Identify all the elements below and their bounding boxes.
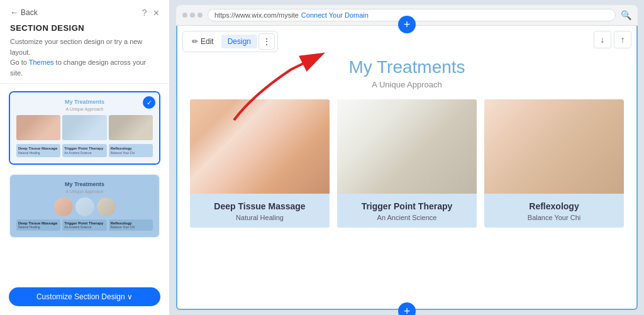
treatment-cards: Deep Tissue Massage Natural Healing bbox=[190, 99, 624, 228]
treatment-card-body-1: Deep Tissue Massage Natural Healing bbox=[190, 194, 330, 228]
connect-domain-link[interactable]: Connect Your Domain bbox=[301, 11, 369, 19]
thumb-blue-card-sub-3: Balance Your Chi bbox=[111, 225, 151, 229]
customize-section-btn[interactable]: Customize Section Design ∨ bbox=[9, 287, 160, 306]
design-card-2[interactable]: My Treatments A Unique Approach Deep Tis… bbox=[9, 174, 160, 238]
treatment-name-3: Reflexology bbox=[491, 201, 618, 211]
move-down-btn[interactable]: ↓ bbox=[594, 31, 611, 48]
back-arrow-icon: ← bbox=[10, 8, 18, 17]
left-panel: ← Back ? × SECTION DESIGN Customize your… bbox=[0, 0, 170, 315]
thumb-blue-card-sub-2: An Ancient Science bbox=[64, 225, 104, 229]
back-link[interactable]: ← Back bbox=[10, 8, 159, 17]
thumb-content-1: My Treatments A Unique Approach Deep Tis… bbox=[10, 92, 159, 163]
edit-label: Edit bbox=[201, 37, 214, 46]
thumb-blue-card-2: Trigger Point Therapy An Ancient Science bbox=[62, 219, 106, 231]
thumb-circle-2 bbox=[75, 197, 94, 216]
treatment-card-3: Reflexology Balance Your Chi bbox=[484, 99, 624, 228]
treatment-card-img-3 bbox=[484, 99, 624, 194]
treatment-card-img-1 bbox=[190, 99, 330, 194]
themes-link[interactable]: Themes bbox=[29, 58, 54, 66]
section-content: My Treatments A Unique Approach bbox=[177, 26, 636, 238]
browser-dot-2 bbox=[190, 13, 195, 18]
thumb-circles bbox=[16, 197, 153, 216]
treatment-desc-1: Natural Healing bbox=[196, 214, 323, 221]
thumb-card-1b: Trigger Point Therapy An Ancient Science bbox=[62, 144, 106, 157]
svg-rect-6 bbox=[491, 99, 617, 194]
section-toolbar: ✏ Edit Design ⋮ bbox=[182, 31, 278, 52]
design-label: Design bbox=[228, 37, 251, 46]
close-icon[interactable]: × bbox=[153, 8, 159, 19]
thumb-img-1b bbox=[62, 115, 106, 140]
browser-dot-3 bbox=[197, 13, 203, 18]
thumb-card-1c: Reflexology Balance Your Chi bbox=[109, 144, 153, 157]
thumb-circle-1 bbox=[54, 197, 73, 216]
address-url: https://www.wix.com/mysite bbox=[214, 11, 299, 19]
thumb-img-1c bbox=[109, 115, 153, 140]
thumb-card-sub-1a: Natural Healing bbox=[18, 151, 58, 155]
panel-title: SECTION DESIGN bbox=[10, 23, 159, 33]
thumb-card-1a: Deep Tissue Massage Natural Healing bbox=[16, 144, 60, 157]
section-subheading: A Unique Approach bbox=[190, 80, 624, 89]
treatment-desc-2: An Ancient Science bbox=[343, 214, 470, 221]
add-section-bottom-btn[interactable]: + bbox=[398, 302, 416, 315]
thumb-title-2: My Treatments bbox=[16, 181, 153, 187]
edit-pencil-icon: ✏ bbox=[192, 37, 198, 46]
panel-header: ← Back ? × SECTION DESIGN Customize your… bbox=[0, 0, 169, 84]
panel-desc-text: Customize your section design or try a n… bbox=[10, 38, 142, 56]
browser-dot-1 bbox=[182, 13, 187, 18]
reflexology-img-svg bbox=[484, 99, 624, 194]
design-card-1[interactable]: ✓ My Treatments A Unique Approach Deep T… bbox=[9, 91, 160, 165]
svg-point-7 bbox=[519, 128, 551, 184]
thumb-img-1a bbox=[16, 115, 60, 140]
thumb-blue-card-sub-1: Natural Healing bbox=[18, 225, 58, 229]
thumb-card-sub-1b: An Ancient Science bbox=[64, 151, 104, 155]
treatment-name-1: Deep Tissue Massage bbox=[196, 201, 323, 211]
svg-point-4 bbox=[375, 121, 413, 178]
browser-viewport: ✏ Edit Design ⋮ ↓ ↑ My Treatments A Uniq… bbox=[176, 26, 638, 310]
thumb-cards-1: Deep Tissue Massage Natural Healing Trig… bbox=[16, 144, 153, 157]
nav-arrows: ↓ ↑ bbox=[594, 31, 631, 48]
help-icon[interactable]: ? bbox=[142, 8, 147, 19]
viewport-wrapper: + ✏ Edit Design ⋮ ↓ ↑ My Treatments bbox=[176, 26, 638, 310]
thumb-title-1: My Treatments bbox=[16, 99, 153, 105]
check-badge: ✓ bbox=[143, 96, 155, 109]
treatment-card-2: Trigger Point Therapy An Ancient Science bbox=[337, 99, 477, 228]
thumb-card-sub-1c: Balance Your Chi bbox=[111, 151, 151, 155]
thumb-card-title-1a: Deep Tissue Massage bbox=[18, 146, 58, 150]
thumb-content-2: My Treatments A Unique Approach Deep Tis… bbox=[10, 175, 159, 237]
move-up-btn[interactable]: ↑ bbox=[614, 31, 631, 48]
treatment-card-img-2 bbox=[337, 99, 477, 194]
treatment-card-1: Deep Tissue Massage Natural Healing bbox=[190, 99, 330, 228]
thumb-blue-card-3: Reflexology Balance Your Chi bbox=[109, 219, 153, 231]
add-section-top-btn[interactable]: + bbox=[398, 16, 416, 33]
trigger-img-svg bbox=[337, 99, 477, 194]
svg-point-2 bbox=[235, 134, 285, 159]
back-label: Back bbox=[21, 8, 38, 17]
design-button[interactable]: Design bbox=[221, 35, 257, 48]
thumb-card-title-1c: Reflexology bbox=[111, 146, 151, 150]
thumb-blue-cards: Deep Tissue Massage Natural Healing Trig… bbox=[16, 219, 153, 231]
massage-img-svg bbox=[190, 99, 330, 194]
svg-point-8 bbox=[548, 121, 586, 184]
thumb-card-title-1b: Trigger Point Therapy bbox=[64, 146, 104, 150]
treatment-card-body-3: Reflexology Balance Your Chi bbox=[484, 194, 624, 228]
svg-rect-3 bbox=[344, 99, 470, 194]
treatment-name-2: Trigger Point Therapy bbox=[343, 201, 470, 211]
thumb-circle-3 bbox=[97, 197, 116, 216]
thumb-subtitle-2: A Unique Approach bbox=[16, 189, 153, 194]
svg-point-9 bbox=[576, 124, 601, 175]
panel-desc: Customize your section design or try a n… bbox=[10, 36, 159, 78]
treatment-card-body-2: Trigger Point Therapy An Ancient Science bbox=[337, 194, 477, 228]
search-icon[interactable]: 🔍 bbox=[621, 10, 631, 20]
svg-rect-0 bbox=[197, 99, 323, 194]
edit-button[interactable]: ✏ Edit bbox=[186, 35, 220, 48]
designs-container: ✓ My Treatments A Unique Approach Deep T… bbox=[0, 84, 169, 287]
thumb-subtitle-1: A Unique Approach bbox=[16, 107, 153, 111]
browser-area: https://www.wix.com/mysite Connect Your … bbox=[170, 0, 644, 315]
treatment-desc-3: Balance Your Chi bbox=[491, 214, 618, 221]
thumb-images-1 bbox=[16, 115, 153, 140]
svg-point-5 bbox=[410, 128, 441, 178]
browser-dots bbox=[182, 13, 203, 18]
toolbar-more-btn[interactable]: ⋮ bbox=[258, 33, 275, 50]
svg-point-1 bbox=[222, 131, 297, 175]
thumb-blue-card-1: Deep Tissue Massage Natural Healing bbox=[16, 219, 60, 231]
